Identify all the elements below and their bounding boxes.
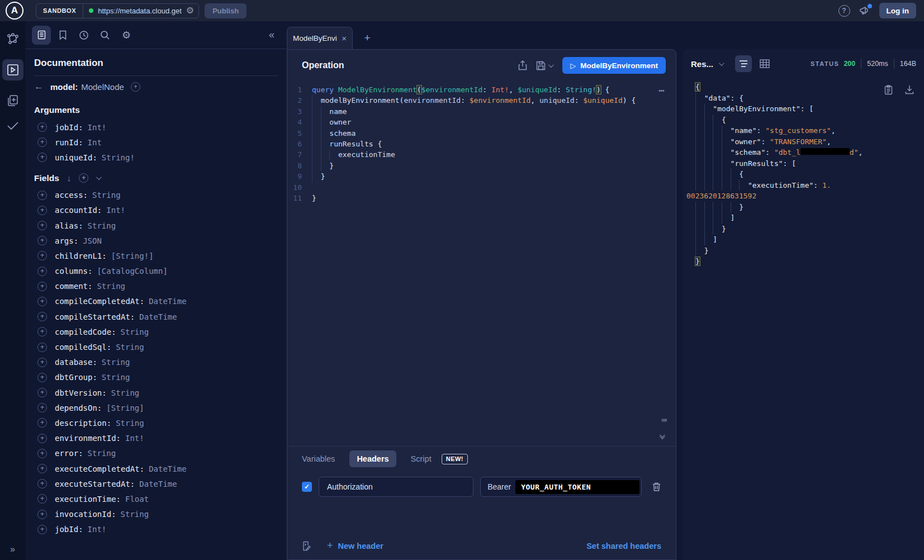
add-field-icon[interactable]: + bbox=[37, 494, 47, 504]
add-field-icon[interactable]: + bbox=[37, 464, 47, 473]
share-operation-icon[interactable] bbox=[518, 60, 527, 70]
add-all-fields-icon[interactable]: + bbox=[79, 173, 88, 183]
code-line[interactable]: 8 } bbox=[287, 160, 676, 171]
add-field-icon[interactable]: + bbox=[37, 403, 47, 412]
field-type[interactable]: String bbox=[102, 358, 130, 367]
field-row[interactable]: +comment:String bbox=[34, 279, 287, 294]
expand-rail-icon[interactable]: » bbox=[0, 544, 25, 554]
header-value-input[interactable]: Bearer YOUR_AUTH_TOKEN bbox=[480, 477, 642, 497]
add-field-icon[interactable]: + bbox=[37, 267, 47, 276]
schema-graph-icon[interactable] bbox=[6, 32, 20, 46]
field-type[interactable]: DateTime bbox=[149, 297, 186, 306]
run-operation-button[interactable]: ▷ ModelByEnvironment bbox=[562, 57, 666, 74]
field-type[interactable]: DateTime bbox=[139, 480, 177, 488]
delete-header-icon[interactable] bbox=[652, 482, 661, 492]
field-type[interactable]: String bbox=[116, 343, 144, 352]
editor-overflow-menu-icon[interactable]: ⋯ bbox=[658, 84, 666, 96]
field-row[interactable]: +args:JSON bbox=[34, 233, 287, 248]
add-field-icon[interactable]: + bbox=[37, 449, 47, 458]
code-line[interactable]: 7 executionTime bbox=[287, 149, 676, 160]
add-field-icon[interactable]: + bbox=[37, 327, 47, 336]
bookmarks-icon[interactable] bbox=[53, 26, 72, 45]
field-type[interactable]: String bbox=[88, 221, 116, 230]
field-row[interactable]: +executeStartedAt:DateTime bbox=[34, 476, 287, 491]
endpoint-settings-gear-icon[interactable]: ⚙ bbox=[186, 6, 194, 15]
response-json-view[interactable]: { "data": { "modelByEnvironment": [ { "n… bbox=[683, 78, 924, 560]
field-type[interactable]: String! bbox=[102, 153, 135, 162]
tab-headers-selected[interactable]: Headers bbox=[349, 450, 396, 467]
code-line[interactable]: 2 modelByEnvironment(environmentId: $env… bbox=[287, 95, 676, 106]
raw-view-icon-selected[interactable] bbox=[735, 55, 752, 72]
add-field-icon[interactable]: + bbox=[37, 525, 47, 534]
field-type[interactable]: Float bbox=[125, 495, 149, 504]
field-type[interactable]: String bbox=[121, 328, 149, 336]
field-row[interactable]: +access:String bbox=[34, 188, 287, 203]
field-row[interactable]: +executeCompletedAt:DateTime bbox=[34, 461, 287, 476]
field-type[interactable]: String bbox=[116, 419, 144, 428]
code-line[interactable]: 6 runResults { bbox=[287, 139, 676, 149]
code-line[interactable]: 1query ModelByEnvironment($environmentId… bbox=[287, 84, 676, 95]
collapse-panel-icon[interactable]: « bbox=[269, 29, 274, 41]
add-field-icon[interactable]: + bbox=[37, 312, 47, 321]
field-type[interactable]: String bbox=[111, 388, 140, 397]
close-tab-icon[interactable]: × bbox=[342, 34, 347, 43]
checklist-icon[interactable] bbox=[6, 121, 20, 131]
field-type[interactable]: [String] bbox=[106, 404, 144, 412]
field-type[interactable]: Int! bbox=[125, 434, 144, 443]
graphql-editor[interactable]: 1query ModelByEnvironment($environmentId… bbox=[287, 81, 676, 429]
add-field-icon[interactable]: + bbox=[37, 206, 47, 215]
tab-script[interactable]: Script bbox=[411, 454, 432, 463]
field-row[interactable]: +jobId:Int! bbox=[34, 120, 287, 135]
model-type-link[interactable]: ModelNode bbox=[81, 82, 124, 92]
add-field-icon[interactable]: + bbox=[37, 282, 47, 291]
search-icon[interactable] bbox=[96, 26, 115, 45]
field-type[interactable]: [String!] bbox=[111, 251, 154, 260]
help-icon[interactable]: ? bbox=[838, 5, 850, 17]
field-type[interactable]: String bbox=[121, 510, 149, 519]
add-field-icon[interactable]: + bbox=[37, 251, 47, 260]
field-row[interactable]: +runId:Int bbox=[34, 135, 287, 150]
code-line[interactable]: 5 schema bbox=[287, 128, 676, 139]
add-field-icon[interactable]: + bbox=[37, 373, 47, 382]
add-field-icon[interactable]: + bbox=[37, 510, 47, 519]
download-response-icon[interactable] bbox=[905, 85, 914, 95]
field-row[interactable]: +database:String bbox=[34, 355, 287, 370]
explorer-tab-selected[interactable] bbox=[2, 59, 23, 80]
publish-button[interactable]: Publish bbox=[205, 3, 247, 18]
field-type[interactable]: String bbox=[88, 449, 116, 458]
field-type[interactable]: Int bbox=[88, 138, 102, 147]
field-row[interactable]: +dependsOn:[String] bbox=[34, 400, 287, 415]
add-field-icon[interactable]: + bbox=[37, 479, 47, 488]
field-row[interactable]: +dbtVersion:String bbox=[34, 385, 287, 400]
header-key-input[interactable]: Authorization bbox=[319, 477, 473, 497]
sort-fields-icon[interactable]: ↓ bbox=[67, 173, 72, 183]
field-type[interactable]: Int! bbox=[88, 525, 107, 534]
save-options-chevron-icon[interactable] bbox=[548, 62, 554, 68]
response-dropdown-chevron-icon[interactable] bbox=[719, 62, 723, 66]
field-type[interactable]: DateTime bbox=[149, 464, 186, 473]
add-field-icon[interactable]: + bbox=[37, 153, 47, 162]
header-enabled-checkbox[interactable] bbox=[302, 482, 312, 492]
field-type[interactable]: Int! bbox=[88, 123, 107, 132]
history-icon[interactable] bbox=[74, 26, 93, 45]
field-row[interactable]: +compileCompletedAt:DateTime bbox=[34, 294, 287, 309]
back-arrow-icon[interactable]: ← bbox=[34, 81, 44, 92]
fields-options-chevron-icon[interactable] bbox=[96, 176, 100, 180]
add-model-icon[interactable]: + bbox=[131, 82, 140, 92]
add-field-icon[interactable]: + bbox=[37, 297, 47, 306]
field-row[interactable]: +executionTime:Float bbox=[34, 491, 287, 506]
field-row[interactable]: +uniqueId:String! bbox=[34, 150, 287, 165]
documentation-tab-icon[interactable] bbox=[32, 26, 51, 45]
new-tab-button[interactable]: + bbox=[361, 31, 374, 45]
add-field-icon[interactable]: + bbox=[37, 343, 47, 352]
field-type[interactable]: [CatalogColumn] bbox=[97, 267, 167, 276]
add-field-icon[interactable]: + bbox=[37, 191, 47, 200]
field-row[interactable]: +dbtGroup:String bbox=[34, 370, 287, 385]
field-row[interactable]: +jobId:Int! bbox=[34, 522, 287, 537]
field-row[interactable]: +accountId:Int! bbox=[34, 203, 287, 218]
settings-gear-icon[interactable]: ⚙ bbox=[117, 26, 136, 45]
field-row[interactable]: +compiledCode:String bbox=[34, 324, 287, 339]
add-field-icon[interactable]: + bbox=[37, 388, 47, 397]
auth-token-value[interactable]: YOUR_AUTH_TOKEN bbox=[515, 480, 639, 494]
field-type[interactable]: Int! bbox=[106, 206, 125, 215]
